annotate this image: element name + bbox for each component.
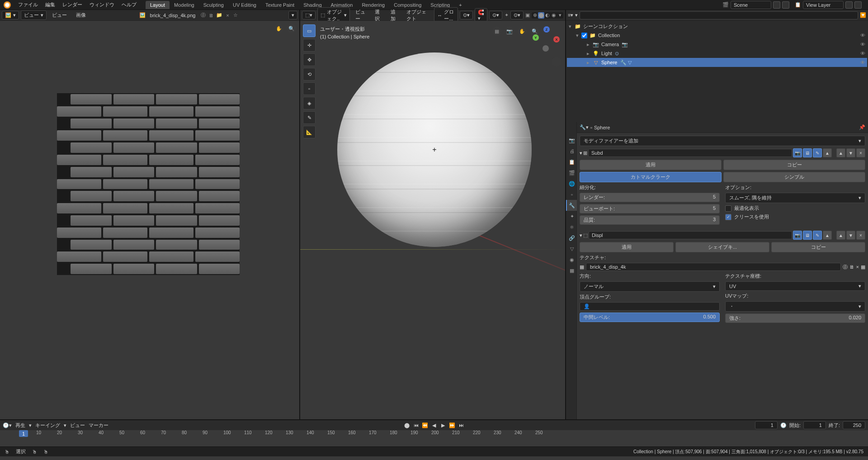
simple-button[interactable]: シンプル	[723, 172, 865, 182]
strength-field[interactable]: 強さ:0.020	[725, 313, 865, 323]
cursor-tool[interactable]: ✛	[303, 39, 316, 52]
select-tool[interactable]: ▭	[303, 24, 316, 37]
pan-icon[interactable]: ✋	[274, 24, 284, 33]
uv-smooth-dropdown[interactable]: スムーズ, 隅を維持▾	[725, 193, 865, 203]
gizmo-toggle-icon[interactable]: ✦	[504, 12, 509, 19]
tab-texture[interactable]: ▦	[566, 265, 577, 276]
modifier-displ-name[interactable]: Displ	[589, 231, 792, 239]
scene-name-field[interactable]: Scene	[731, 1, 771, 9]
tab-world[interactable]: 🌐	[566, 178, 577, 189]
menu-help[interactable]: ヘルプ	[118, 1, 140, 8]
measure-tool[interactable]: 📐	[303, 126, 316, 138]
viewlayer-name-field[interactable]: View Layer	[803, 1, 844, 9]
scale-tool[interactable]: ▫	[303, 82, 316, 95]
copy-button[interactable]: コピー	[771, 242, 865, 252]
scene-delete-button[interactable]	[782, 1, 789, 9]
play-icon[interactable]: ▶	[439, 422, 447, 429]
mod-cage-toggle[interactable]: ▲	[823, 231, 832, 240]
texcoord-dropdown[interactable]: UV▾	[725, 281, 865, 291]
mod-moveup-button[interactable]: ▲	[836, 148, 845, 157]
tab-mesh[interactable]: ▽	[566, 243, 577, 254]
outliner-collection[interactable]: ▾ 📁 Collection 👁	[567, 31, 867, 40]
workspace-modeling[interactable]: Modeling	[170, 1, 199, 9]
outliner-sphere[interactable]: ▸▽ Sphere 🔧 ▽ 👁	[567, 58, 867, 67]
annotate-tool[interactable]: ✎	[303, 111, 316, 124]
viewlayer-new-button[interactable]	[845, 1, 853, 9]
timeline-view-menu[interactable]: ビュー	[70, 422, 85, 429]
tab-constraints[interactable]: 🔗	[566, 232, 577, 243]
apply-button[interactable]: 適用	[580, 242, 674, 252]
autokey-icon[interactable]: ⬤	[403, 422, 411, 429]
vgroup-field[interactable]: 👤	[580, 302, 720, 311]
eye-icon[interactable]: 👁	[860, 51, 865, 56]
shading-wireframe-icon[interactable]: ⊕	[532, 12, 538, 19]
properties-type-dropdown[interactable]: 🔧▾	[580, 124, 589, 130]
nav-gizmo[interactable]: X Y Z	[533, 26, 560, 53]
xray-icon[interactable]: ▣	[525, 12, 530, 19]
move-tool[interactable]: ✥	[303, 53, 316, 66]
zoom-icon[interactable]: 🔍	[287, 24, 297, 33]
collection-enable-checkbox[interactable]	[581, 33, 587, 38]
viewport-3d[interactable]: ▭ ✛ ✥ ⟲ ▫ ◈ ✎ 📐 ユーザー・透視投影 (1) Collection…	[300, 21, 565, 419]
shading-lookdev-icon[interactable]: ◐	[544, 12, 551, 19]
end-frame-field[interactable]: 250	[843, 421, 865, 429]
tab-render[interactable]: 📷	[566, 135, 577, 146]
texture-browse-icon[interactable]: ▦	[580, 264, 584, 270]
viewport-levels-field[interactable]: ビューポート:5	[580, 204, 720, 213]
timeline-ruler[interactable]: 1 10203040506070809010011012013014015016…	[0, 430, 868, 446]
workspace-uvediting[interactable]: UV Editing	[228, 1, 261, 9]
editor-type-dropdown[interactable]: 🖼️▾	[2, 11, 19, 19]
tab-object[interactable]: ▫	[566, 189, 577, 200]
tab-particles[interactable]: ✦	[566, 211, 577, 222]
gizmo-neg[interactable]	[542, 45, 549, 52]
mod-moveup-button[interactable]: ▲	[836, 231, 845, 240]
use-crease-checkbox[interactable]: ✓	[725, 214, 731, 220]
camera-toggle-icon[interactable]: 📷	[505, 26, 514, 36]
proportional-dropdown[interactable]: ⊙▾	[489, 11, 502, 19]
eye-icon[interactable]: 👁	[860, 60, 865, 65]
collapse-icon[interactable]: ▾	[580, 150, 582, 156]
menu-file[interactable]: ファイル	[14, 1, 42, 8]
start-frame-field[interactable]: 1	[803, 421, 826, 429]
shading-options-icon[interactable]: ▾	[557, 12, 563, 19]
catmull-clark-button[interactable]: カトマルクラーク	[580, 172, 722, 182]
direction-dropdown[interactable]: ノーマル▾	[580, 281, 720, 292]
eye-icon[interactable]: 👁	[860, 42, 865, 47]
mod-cage-toggle[interactable]: ▲	[823, 148, 832, 157]
camera-icon[interactable]: ▦	[492, 26, 502, 36]
playhead[interactable]: 1	[19, 430, 28, 437]
workspace-layout[interactable]: Layout	[146, 1, 170, 9]
shading-solid-icon[interactable]: ⬤	[538, 12, 544, 19]
mod-realtime-toggle[interactable]: 🖥	[803, 148, 812, 157]
outliner-type-dropdown[interactable]: ≡▾	[568, 12, 573, 18]
pivot-dropdown[interactable]: ⊙▾	[460, 11, 473, 19]
image-unlink-icon[interactable]: ×	[224, 12, 231, 19]
transform-tool[interactable]: ◈	[303, 97, 316, 109]
texture-name-field[interactable]: brick_4_disp_4k	[586, 263, 841, 271]
menu-window[interactable]: ウィンドウ	[86, 1, 118, 8]
menu-render[interactable]: レンダー	[59, 1, 86, 8]
copy-button[interactable]: コピー	[723, 160, 865, 170]
outliner-camera[interactable]: ▸📷 Camera 📷 👁	[567, 40, 867, 49]
jump-start-icon[interactable]: ⏮	[412, 422, 420, 429]
jump-end-icon[interactable]: ⏭	[457, 422, 465, 429]
midlevel-field[interactable]: 中間レベル:0.500	[580, 313, 720, 322]
ortho-icon[interactable]	[552, 57, 561, 67]
gizmo-y[interactable]: Y	[533, 34, 539, 41]
menu-edit[interactable]: 編集	[42, 1, 59, 8]
image-new-icon[interactable]: 🗎	[208, 12, 214, 19]
image-view-menu[interactable]: ビュー	[48, 11, 71, 19]
snap-dropdown[interactable]: 🧲▾	[475, 8, 487, 23]
timeline-type-dropdown[interactable]: 🕐▾	[3, 422, 12, 428]
workspace-texturepaint[interactable]: Texture Paint	[261, 1, 299, 9]
outliner-display-dropdown[interactable]: ▾	[575, 12, 578, 18]
texture-new-icon[interactable]: 🗎	[849, 264, 854, 270]
texture-unlink-icon[interactable]: ×	[856, 264, 859, 270]
image-browse-icon[interactable]: 🖼️	[139, 12, 146, 19]
breadcrumb-sphere[interactable]: Sphere	[594, 125, 610, 130]
pan-icon[interactable]: ✋	[517, 26, 527, 36]
overlays-dropdown[interactable]: ⊙▾	[510, 11, 524, 19]
quality-field[interactable]: 品質:3	[580, 215, 720, 225]
mod-movedown-button[interactable]: ▼	[846, 231, 855, 240]
mod-render-toggle[interactable]: 📷	[793, 231, 802, 240]
